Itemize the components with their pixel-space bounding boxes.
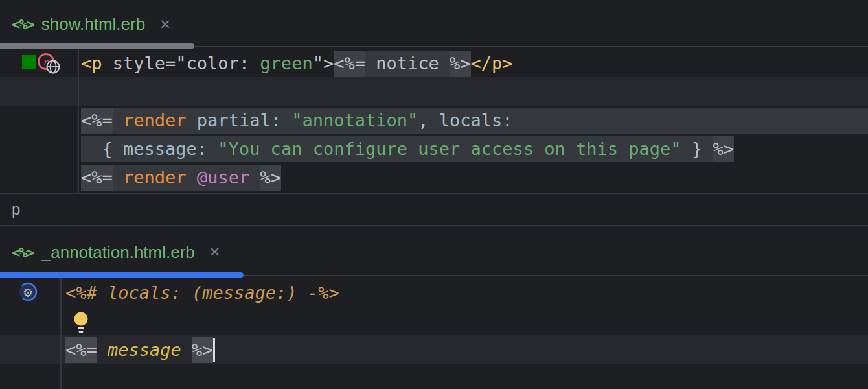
gutter-separator	[78, 49, 79, 193]
code-line[interactable]: <%# locals: (message:) -%>	[65, 279, 868, 307]
editor-show-html-erb[interactable]: r <p style="color: green"><%= notice %><…	[0, 49, 868, 193]
code-area[interactable]: <%# locals: (message:) -%><%= message %>	[65, 279, 868, 389]
tab-show-html-erb[interactable]: <%> show.html.erb ✕	[0, 0, 194, 49]
breadcrumb-item-p[interactable]: p	[12, 200, 20, 218]
tab-label: _annotation.html.erb	[41, 242, 195, 263]
code-area[interactable]: <p style="color: green"><%= notice %></p…	[81, 49, 868, 193]
erb-file-icon: <%>	[12, 244, 34, 261]
code-line[interactable]: <%= message %>	[65, 336, 868, 364]
tabbar-border	[194, 46, 868, 47]
text-caret	[213, 338, 215, 362]
erb-file-icon: <%>	[12, 16, 34, 32]
code-line[interactable]: <p style="color: green"><%= notice %></p…	[81, 49, 868, 78]
code-line[interactable]	[65, 307, 868, 336]
lightbulb-icon[interactable]	[73, 312, 89, 334]
tab-bar-top: <%> show.html.erb ✕	[0, 0, 868, 49]
tabbar-border	[244, 275, 868, 276]
close-tab-icon[interactable]: ✕	[159, 17, 171, 32]
close-tab-icon[interactable]: ✕	[209, 244, 221, 260]
svg-text:⚙: ⚙	[23, 286, 33, 300]
code-line[interactable]: { message: "You can configure user acces…	[81, 135, 868, 163]
color-preview-swatch[interactable]	[22, 55, 36, 69]
editor-annotation-html-erb[interactable]: ⚙ <%# locals: (message:) -%><%= message …	[0, 278, 868, 389]
rails-render-in-browser-icon[interactable]: r	[37, 53, 62, 75]
tab-annotation-html-erb[interactable]: <%> _annotation.html.erb ✕	[0, 226, 244, 278]
code-line[interactable]: <%= render partial: "annotation", locals…	[81, 106, 868, 135]
active-tab-indicator	[0, 272, 244, 278]
code-line[interactable]	[81, 78, 868, 106]
tab-bar-bottom: <%> _annotation.html.erb ✕	[0, 226, 868, 278]
strict-locals-gear-icon[interactable]: ⚙	[17, 281, 40, 303]
code-line[interactable]: <%= render @user %>	[81, 163, 868, 192]
breadcrumb: p	[0, 193, 868, 226]
gutter-separator	[60, 278, 62, 389]
tab-label: show.html.erb	[41, 14, 145, 34]
inactive-tab-indicator	[0, 43, 194, 49]
